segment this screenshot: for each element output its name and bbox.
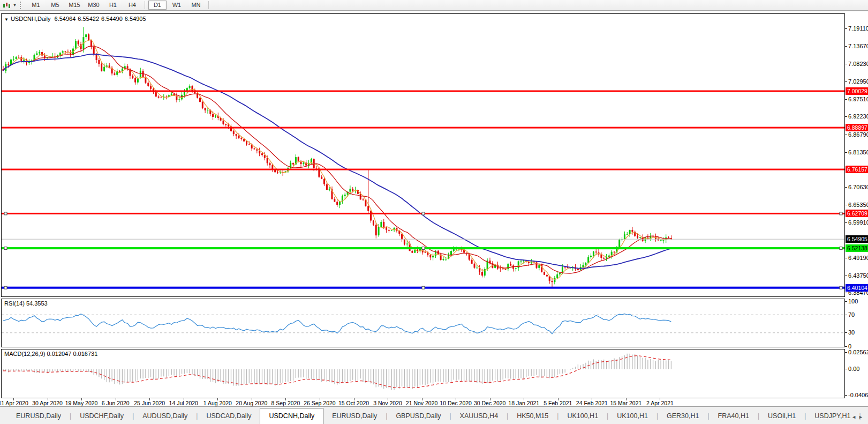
tab-eurusd-daily[interactable]: EURUSD,Daily bbox=[7, 410, 70, 424]
timeframe-m5[interactable]: M5 bbox=[46, 1, 64, 10]
tab-eurusd-daily[interactable]: EURUSD,Daily bbox=[323, 410, 386, 424]
price-axis-tick-mark bbox=[845, 81, 847, 82]
date-axis[interactable]: 11 Apr 202030 Apr 202019 May 20206 Jun 2… bbox=[1, 398, 868, 406]
date-axis-label: 25 Jun 2020 bbox=[134, 400, 165, 406]
date-axis-label: 10 Dec 2020 bbox=[440, 400, 472, 406]
price-axis-tick-mark bbox=[845, 205, 847, 205]
macd-indicator-pane[interactable] bbox=[1, 349, 845, 398]
price-axis-tick-mark bbox=[845, 222, 847, 223]
timeframe-h1[interactable]: H1 bbox=[104, 1, 122, 10]
tab-hk50-m15[interactable]: HK50,M15 bbox=[508, 410, 557, 424]
price-axis-tick-mark bbox=[845, 276, 847, 276]
tab-usdcad-daily[interactable]: USDCAD,Daily bbox=[198, 410, 260, 424]
timeframe-m15[interactable]: M15 bbox=[65, 1, 84, 10]
date-axis-label: 2 Apr 2021 bbox=[646, 400, 674, 406]
price-line-label-chip[interactable]: 6.40104 bbox=[846, 284, 868, 292]
rsi-axis-tick-mark bbox=[845, 301, 847, 302]
macd-axis-tick-mark bbox=[845, 395, 847, 396]
chart-type-dropdown-caret[interactable]: ▼ bbox=[13, 3, 17, 7]
date-axis-label: 30 Apr 2020 bbox=[32, 400, 63, 406]
price-axis-tick-mark bbox=[845, 28, 847, 29]
price-axis-tick-mark bbox=[845, 99, 847, 100]
price-axis-tick-label: 6.92230 bbox=[848, 113, 868, 120]
date-axis-label: 26 Sep 2020 bbox=[304, 400, 336, 406]
price-axis-tick-mark bbox=[845, 64, 847, 64]
macd-axis-tick-label: 0.00 bbox=[848, 366, 859, 372]
timeframe-toolbar: ▼ M1M5M15M30H1H4D1W1MN bbox=[0, 0, 868, 11]
timeframe-w1[interactable]: W1 bbox=[168, 1, 186, 10]
macd-axis-tick-mark bbox=[845, 352, 847, 353]
price-line-label-chip[interactable]: 6.52138 bbox=[846, 244, 868, 252]
tab-scroll-left-icon[interactable]: ◄ bbox=[851, 414, 858, 420]
chart-symbol-period: USDCNH,Daily bbox=[11, 16, 51, 22]
chart-type-icon[interactable] bbox=[2, 2, 12, 9]
rsi-axis-tick-label: 70 bbox=[848, 311, 855, 318]
tab-usdcnh-daily[interactable]: USDCNH,Daily bbox=[260, 408, 323, 424]
timeframe-d1[interactable]: D1 bbox=[148, 1, 167, 10]
tab-ger30-h1[interactable]: GER30,H1 bbox=[658, 410, 707, 424]
date-axis-label: 15 Mar 2021 bbox=[610, 400, 641, 406]
price-line-label-chip[interactable]: 7.00029 bbox=[846, 87, 868, 95]
price-axis-tick-label: 6.70630 bbox=[848, 184, 868, 190]
macd-axis-tick-label: -0.040687 bbox=[848, 392, 868, 398]
price-chart-pane[interactable] bbox=[1, 13, 845, 297]
ohlc-open: 6.54964 bbox=[55, 16, 76, 22]
price-axis-tick-mark bbox=[845, 116, 847, 117]
rsi-axis-tick-mark bbox=[845, 346, 847, 347]
ohlc-close: 6.54905 bbox=[125, 16, 146, 22]
date-axis-label: 21 Nov 2020 bbox=[406, 400, 438, 406]
timeframe-m30[interactable]: M30 bbox=[85, 1, 103, 10]
tab-gbpusd-daily[interactable]: GBPUSD,Daily bbox=[387, 410, 449, 424]
toolbar-grip[interactable] bbox=[20, 2, 23, 9]
price-axis-tick-label: 7.08230 bbox=[848, 61, 868, 67]
tab-uk100-h1[interactable]: UK100,H1 bbox=[608, 410, 656, 424]
price-axis-tick-label: 6.86790 bbox=[848, 131, 868, 138]
terminal-window: ▼ M1M5M15M30H1H4D1W1MN ▼USDCNH,Daily 6.5… bbox=[0, 0, 868, 424]
price-axis-tick-label: 6.65350 bbox=[848, 202, 868, 208]
price-line-label-chip[interactable]: 6.88897 bbox=[846, 124, 868, 131]
date-axis-label: 1 Aug 2020 bbox=[203, 400, 232, 406]
tab-strip: EURUSD,Daily|USDCHF,Daily|AUDUSD,Daily|U… bbox=[7, 408, 868, 424]
ohlc-toggle-icon[interactable]: ▼ bbox=[4, 17, 9, 22]
price-axis-tick-mark bbox=[845, 293, 847, 293]
tab-scroll-arrows: ◄► bbox=[851, 414, 865, 420]
tab-scroll-right-icon[interactable]: ► bbox=[858, 414, 865, 420]
price-axis-tick-mark bbox=[845, 46, 847, 47]
tab-usdchf-daily[interactable]: USDCHF,Daily bbox=[71, 410, 132, 424]
chart-tab-bar: EURUSD,Daily|USDCHF,Daily|AUDUSD,Daily|U… bbox=[0, 406, 868, 424]
date-axis-label: 19 May 2020 bbox=[65, 400, 98, 406]
timeframe-buttons: M1M5M15M30H1H4D1W1MN bbox=[26, 1, 212, 10]
date-axis-label: 11 Apr 2020 bbox=[0, 400, 28, 406]
price-line-label-chip[interactable]: 6.62709 bbox=[846, 210, 868, 217]
timeframe-m1[interactable]: M1 bbox=[27, 1, 45, 10]
price-axis-tick-label: 7.19110 bbox=[848, 25, 868, 32]
price-line-label-chip[interactable]: 6.76157 bbox=[846, 166, 868, 173]
timeframe-h4[interactable]: H4 bbox=[123, 1, 141, 10]
price-axis-tick-label: 7.02950 bbox=[848, 78, 868, 85]
price-axis-tick-mark bbox=[845, 135, 847, 135]
macd-indicator-label: MACD(12,26,9) 0.012047 0.016731 bbox=[4, 351, 97, 357]
price-axis-tick-mark bbox=[845, 258, 847, 258]
rsi-axis-tick-label: 30 bbox=[848, 329, 855, 336]
timeframe-mn[interactable]: MN bbox=[187, 1, 205, 10]
chart-title: ▼USDCNH,Daily 6.549646.554226.544906.549… bbox=[4, 16, 148, 22]
price-axis-tick-label: 6.49190 bbox=[848, 255, 868, 261]
tab-uk100-h1[interactable]: UK100,H1 bbox=[558, 410, 607, 424]
date-axis-label: 15 Oct 2020 bbox=[338, 400, 369, 406]
rsi-indicator-pane[interactable] bbox=[1, 299, 845, 347]
price-axis-tick-label: 7.13670 bbox=[848, 43, 868, 49]
toolbar-separator bbox=[208, 1, 209, 9]
price-axis-tick-mark bbox=[845, 152, 847, 153]
date-axis-label: 30 Dec 2020 bbox=[474, 400, 506, 406]
tab-xauusd-h4[interactable]: XAUUSD,H4 bbox=[451, 410, 507, 424]
tab-usoil-h1[interactable]: USOil,H1 bbox=[759, 410, 804, 424]
tab-audusd-daily[interactable]: AUDUSD,Daily bbox=[134, 410, 196, 424]
price-axis-tick-label: 6.59910 bbox=[848, 219, 868, 226]
rsi-axis-tick-label: 100 bbox=[848, 298, 858, 304]
date-axis-label: 8 Sep 2020 bbox=[271, 400, 300, 406]
price-line-label-chip[interactable]: 6.54905 bbox=[846, 235, 868, 243]
price-axis-tick-mark bbox=[845, 187, 847, 188]
date-axis-label: 14 Jul 2020 bbox=[169, 400, 198, 406]
tab-fra40-h1[interactable]: FRA40,H1 bbox=[710, 410, 758, 424]
date-axis-label: 6 Jun 2020 bbox=[102, 400, 130, 406]
